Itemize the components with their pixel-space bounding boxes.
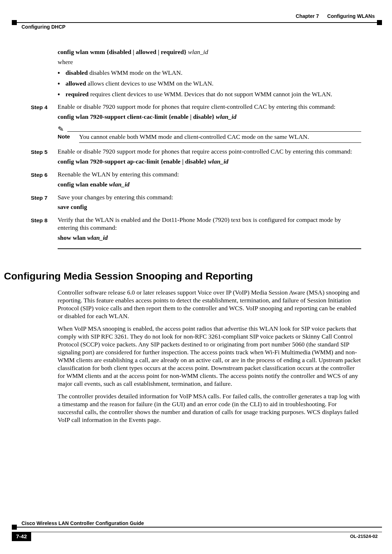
note-text: You cannot enable both WMM mode and clie… xyxy=(79,133,361,141)
step-6-cmd-name: config wlan enable xyxy=(58,181,109,188)
where-label: where xyxy=(58,58,361,66)
step-5-cmd-opts: {enable | disable} xyxy=(159,158,208,165)
step-4-cmd-name: config wlan 7920-support client-cac-limi… xyxy=(58,113,167,120)
step-7-body: Save your changes by entering this comma… xyxy=(58,194,361,212)
footer-rule xyxy=(12,527,382,528)
step-8-label: Step 8 xyxy=(31,216,58,242)
cmd-wmm-arg: wlan_id xyxy=(188,48,208,55)
bullet-disabled-text: disables WMM mode on the WLAN. xyxy=(88,69,182,76)
step-5-text: Enable or disable 7920 support mode for … xyxy=(58,148,352,155)
step-7-text: Save your changes by entering this comma… xyxy=(58,194,173,201)
step-5-command: config wlan 7920-support ap-cac-limit {e… xyxy=(58,158,361,166)
step-6-cmd-arg: wlan_id xyxy=(109,181,129,188)
bullet-required-key: required xyxy=(66,91,89,98)
step-4-cmd-arg: wlan_id xyxy=(216,113,236,120)
note-label: Note xyxy=(58,133,79,141)
step-5-cmd-name: config wlan 7920-support ap-cac-limit xyxy=(58,158,159,165)
bullet-disabled: disabled disables WMM mode on the WLAN. xyxy=(58,69,361,77)
bullet-allowed: allowed allows client devices to use WMM… xyxy=(58,80,361,88)
step-6: Step 6 Reenable the WLAN by entering thi… xyxy=(31,171,361,189)
wmm-bullets: disabled disables WMM mode on the WLAN. … xyxy=(58,69,361,98)
header-marker-right xyxy=(377,20,382,25)
paragraph-2: When VoIP MSA snooping is enabled, the a… xyxy=(58,325,361,388)
step-8-text: Verify that the WLAN is enabled and the … xyxy=(58,216,341,231)
step-5-cmd-arg: wlan_id xyxy=(208,158,228,165)
bullet-required-text: requires client devices to use WMM. Devi… xyxy=(89,91,332,98)
note-block: ✎ Note You cannot enable both WMM mode a… xyxy=(58,125,361,143)
bullet-disabled-key: disabled xyxy=(66,69,88,76)
cmd-wmm-name: config wlan wmm xyxy=(58,48,105,55)
section-body: Controller software release 6.0 or later… xyxy=(58,289,361,424)
cmd-wmm-opts: {disabled | allowed | required} xyxy=(105,48,188,55)
header-rule xyxy=(12,22,382,23)
page: Chapter 7 Configuring WLANs Configuring … xyxy=(0,0,392,554)
step-7-command: save config xyxy=(58,203,361,211)
footer-doc-id: OL-21524-02 xyxy=(350,534,378,539)
step-8-cmd-arg: wlan_id xyxy=(87,234,108,241)
note-rule-bottom xyxy=(79,142,361,143)
note-icon: ✎ xyxy=(57,125,64,132)
step-6-label: Step 6 xyxy=(31,171,58,189)
step-8-cmd-name: show wlan xyxy=(58,234,87,241)
header-section: Configuring DHCP xyxy=(21,24,66,30)
footer-page-number: 7-42 xyxy=(12,532,31,541)
step-4-text: Enable or disable 7920 support mode for … xyxy=(58,103,335,110)
step-4: Step 4 Enable or disable 7920 support mo… xyxy=(31,103,361,121)
step-5-label: Step 5 xyxy=(31,148,58,166)
step-7: Step 7 Save your changes by entering thi… xyxy=(31,194,361,212)
bullet-required: required requires client devices to use … xyxy=(58,91,361,98)
heading-media-session: Configuring Media Session Snooping and R… xyxy=(4,270,361,282)
content-body: config wlan wmm {disabled | allowed | re… xyxy=(31,48,361,429)
footer-thin-rule xyxy=(31,532,382,532)
step-4-body: Enable or disable 7920 support mode for … xyxy=(58,103,361,121)
step-8-body: Verify that the WLAN is enabled and the … xyxy=(58,216,361,242)
note-rule-top xyxy=(67,131,361,132)
step-7-label: Step 7 xyxy=(31,194,58,212)
step-8-command: show wlan wlan_id xyxy=(58,234,361,242)
footer-guide-title: Cisco Wireless LAN Controller Configurat… xyxy=(21,520,144,526)
step-5-body: Enable or disable 7920 support mode for … xyxy=(58,148,361,166)
step-4-cmd-opts: {enable | disable} xyxy=(167,113,216,120)
bullet-allowed-text: allows client devices to use WMM on the … xyxy=(86,80,213,87)
step-6-text: Reenable the WLAN by entering this comma… xyxy=(58,171,179,178)
footer-marker xyxy=(12,525,17,530)
step-4-command: config wlan 7920-support client-cac-limi… xyxy=(58,113,361,121)
header-chapter: Chapter 7 Configuring WLANs xyxy=(296,13,375,19)
paragraph-3: The controller provides detailed informa… xyxy=(58,393,361,424)
command-wmm: config wlan wmm {disabled | allowed | re… xyxy=(58,48,361,56)
bullet-allowed-key: allowed xyxy=(66,80,86,87)
step-8: Step 8 Verify that the WLAN is enabled a… xyxy=(31,216,361,242)
step-4-label: Step 4 xyxy=(31,103,58,121)
step-6-command: config wlan enable wlan_id xyxy=(58,181,361,189)
procedure-end-rule xyxy=(58,248,361,249)
paragraph-1: Controller software release 6.0 or later… xyxy=(58,289,361,320)
step-5: Step 5 Enable or disable 7920 support mo… xyxy=(31,148,361,166)
step-6-body: Reenable the WLAN by entering this comma… xyxy=(58,171,361,189)
step-7-cmd-name: save config xyxy=(58,203,87,210)
header-marker-left xyxy=(12,20,17,25)
